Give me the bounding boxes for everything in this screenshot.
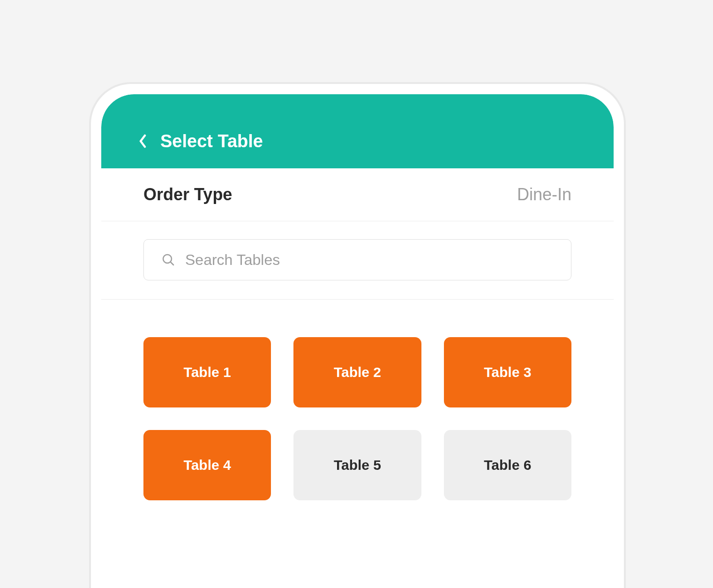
device-screen: Select Table Order Type Dine-In Table 1 … [101,94,614,588]
table-button-4[interactable]: Table 4 [143,430,271,500]
header-bar: Select Table [101,94,614,168]
order-type-row[interactable]: Order Type Dine-In [101,168,614,221]
table-button-1[interactable]: Table 1 [143,337,271,407]
table-button-2[interactable]: Table 2 [293,337,421,407]
order-type-value: Dine-In [517,185,571,204]
table-button-5[interactable]: Table 5 [293,430,421,500]
back-icon[interactable] [139,134,147,148]
table-button-3[interactable]: Table 3 [444,337,571,407]
page-title: Select Table [160,131,263,151]
svg-line-1 [171,262,173,265]
search-input[interactable] [185,251,557,269]
tables-grid: Table 1 Table 2 Table 3 Table 4 Table 5 … [101,300,614,500]
order-type-label: Order Type [143,185,232,204]
search-box[interactable] [143,239,571,280]
table-button-6[interactable]: Table 6 [444,430,571,500]
device-frame: Select Table Order Type Dine-In Table 1 … [89,82,626,588]
search-icon [162,253,175,266]
search-section [101,221,614,300]
